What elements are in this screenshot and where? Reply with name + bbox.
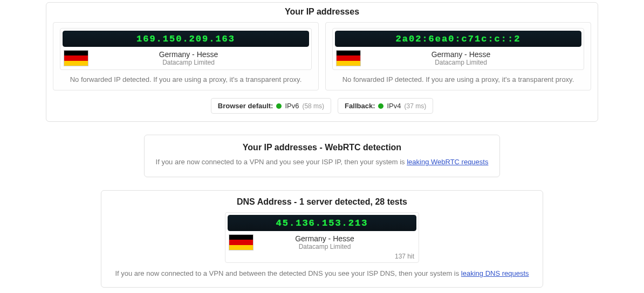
dns-text: If you are now connected to a VPN and be… xyxy=(115,269,461,277)
proxy-note: No forwarded IP detected. If you are usi… xyxy=(332,75,584,83)
webrtc-text: If you are now connected to a VPN and yo… xyxy=(156,158,407,166)
ip-block-ipv6: 2a02:6ea0:c71c:c::2 Germany - Hesse Data… xyxy=(332,28,584,70)
ip-column-ipv4: 169.150.209.163 Germany - Hesse Datacamp… xyxy=(53,22,319,90)
ip-address-value: 2a02:6ea0:c71c:c::2 xyxy=(335,31,581,47)
protocol-chip-fallback: Fallback: IPv4 (37 ms) xyxy=(338,98,433,114)
protocol-latency: (37 ms) xyxy=(404,102,426,110)
ip-block-ipv4: 169.150.209.163 Germany - Hesse Datacamp… xyxy=(60,28,312,70)
webrtc-note: If you are now connected to a VPN and yo… xyxy=(154,158,490,166)
dns-server-block: 45.136.153.213 Germany - Hesse Datacamp … xyxy=(225,212,419,263)
webrtc-title: Your IP addresses - WebRTC detection xyxy=(154,143,490,152)
webrtc-leak-link[interactable]: leaking WebRTC requests xyxy=(407,158,488,166)
webrtc-card: Your IP addresses - WebRTC detection If … xyxy=(144,135,500,177)
protocol-value: IPv4 xyxy=(387,102,401,110)
ip-address-value: 169.150.209.163 xyxy=(63,31,309,47)
dns-hit-count: 137 hit xyxy=(225,253,419,260)
status-dot-icon xyxy=(276,103,282,109)
dns-isp: Datacamp Limited xyxy=(231,243,419,250)
dns-leak-link[interactable]: leaking DNS requests xyxy=(461,269,529,277)
ip-section-title: Your IP addresses xyxy=(53,7,591,17)
ip-isp: Datacamp Limited xyxy=(338,59,584,66)
ip-addresses-card: Your IP addresses 169.150.209.163 German… xyxy=(46,2,598,122)
protocol-row: Browser default: IPv6 (58 ms) Fallback: … xyxy=(53,98,591,114)
ip-column-ipv6: 2a02:6ea0:c71c:c::2 Germany - Hesse Data… xyxy=(325,22,591,90)
dns-card: DNS Address - 1 server detected, 28 test… xyxy=(101,190,543,288)
protocol-value: IPv6 xyxy=(285,102,299,110)
dns-note: If you are now connected to a VPN and be… xyxy=(110,269,534,277)
status-dot-icon xyxy=(378,103,383,109)
ip-location: Germany - Hesse xyxy=(338,50,584,59)
protocol-label: Fallback: xyxy=(345,102,375,110)
protocol-label: Browser default: xyxy=(218,102,273,110)
ip-isp: Datacamp Limited xyxy=(66,59,311,66)
dns-location: Germany - Hesse xyxy=(231,234,419,243)
proxy-note: No forwarded IP detected. If you are usi… xyxy=(60,75,312,83)
protocol-chip-default: Browser default: IPv6 (58 ms) xyxy=(211,98,331,114)
ip-location: Germany - Hesse xyxy=(66,50,311,59)
protocol-latency: (58 ms) xyxy=(302,102,324,110)
dns-ip-value: 45.136.153.213 xyxy=(228,215,416,231)
ip-columns-row: 169.150.209.163 Germany - Hesse Datacamp… xyxy=(53,22,591,90)
dns-title: DNS Address - 1 server detected, 28 test… xyxy=(110,197,534,207)
